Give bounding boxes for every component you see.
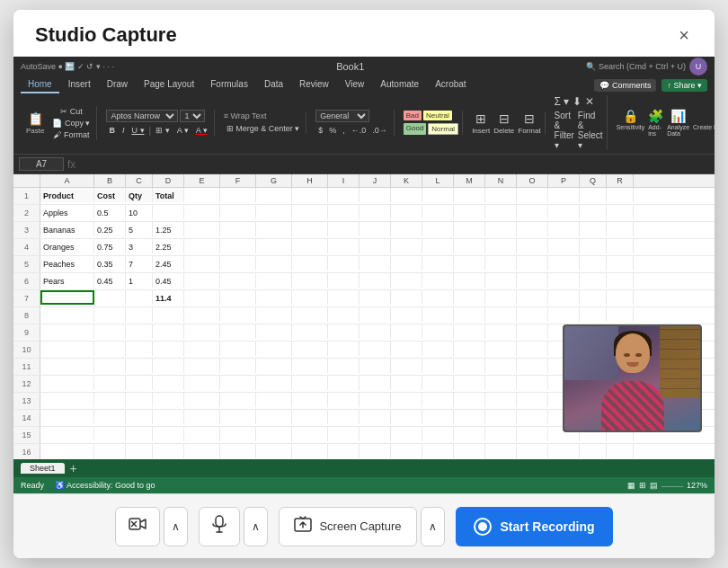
cell-g7[interactable] (256, 290, 292, 305)
grid-cell[interactable] (220, 410, 256, 424)
grid-cell[interactable] (517, 376, 548, 390)
cell-r4[interactable] (607, 239, 634, 253)
sheet-tab-1[interactable]: Sheet1 (21, 463, 65, 474)
grid-cell[interactable] (126, 342, 153, 356)
col-header-l[interactable]: L (422, 174, 454, 187)
cell-a1[interactable]: Product (40, 188, 94, 202)
cell-i3[interactable] (328, 222, 360, 236)
col-header-r[interactable]: R (607, 174, 634, 187)
grid-cell[interactable] (220, 342, 256, 356)
grid-cell[interactable] (256, 410, 292, 424)
cell-m7[interactable] (454, 290, 485, 305)
cell-r1[interactable] (607, 188, 634, 202)
tab-insert[interactable]: Insert (61, 76, 98, 93)
grid-cell[interactable] (328, 376, 360, 390)
decrease-decimal-button[interactable]: ←.0 (349, 125, 369, 136)
grid-cell[interactable] (454, 324, 485, 339)
cell-c7[interactable] (126, 290, 153, 305)
grid-cell[interactable] (256, 324, 292, 339)
cell-i1[interactable] (328, 188, 360, 202)
col-header-f[interactable]: F (220, 174, 256, 187)
grid-cell[interactable] (548, 307, 580, 322)
grid-cell[interactable] (292, 324, 328, 339)
cell-d5[interactable]: 2.45 (153, 256, 184, 271)
cut-button[interactable]: ✂ Cut (49, 106, 93, 117)
percent-button[interactable]: % (326, 125, 339, 136)
cell-k4[interactable] (391, 239, 422, 253)
video-chevron-button[interactable]: ∧ (164, 507, 188, 546)
grid-cell[interactable] (391, 444, 422, 458)
merge-button[interactable]: ⊞ Merge & Center ▾ (224, 123, 303, 134)
cell-r2[interactable] (607, 205, 634, 219)
cell-h5[interactable] (292, 256, 328, 271)
grid-cell[interactable] (548, 444, 580, 458)
start-recording-button[interactable]: Start Recording (456, 507, 613, 546)
cell-f3[interactable] (220, 222, 256, 236)
grid-cell[interactable] (126, 307, 153, 322)
cell-h6[interactable] (292, 273, 328, 288)
grid-cell[interactable] (391, 410, 422, 424)
view-page-icon[interactable]: ⊞ (639, 481, 646, 490)
cell-c2[interactable]: 10 (126, 205, 153, 219)
grid-cell[interactable] (40, 307, 94, 322)
cell-o1[interactable] (517, 188, 548, 202)
grid-cell[interactable] (153, 410, 184, 424)
grid-cell[interactable] (422, 324, 454, 339)
tab-acrobat[interactable]: Acrobat (428, 76, 473, 93)
format-painter-button[interactable]: 🖌 Format (49, 129, 93, 140)
cell-i5[interactable] (328, 256, 360, 271)
cell-b1[interactable]: Cost (94, 188, 126, 202)
grid-cell[interactable] (220, 376, 256, 390)
mic-button[interactable] (199, 507, 240, 546)
cell-j6[interactable] (360, 273, 391, 288)
grid-cell[interactable] (485, 307, 517, 322)
cell-k5[interactable] (391, 256, 422, 271)
screen-capture-button[interactable]: Screen Capture (279, 507, 416, 546)
cell-n2[interactable] (485, 205, 517, 219)
grid-cell[interactable] (153, 376, 184, 390)
cell-j4[interactable] (360, 239, 391, 253)
cell-i7[interactable] (328, 290, 360, 305)
cell-m2[interactable] (454, 205, 485, 219)
grid-cell[interactable] (422, 359, 454, 373)
grid-cell[interactable] (360, 359, 391, 373)
grid-cell[interactable] (485, 427, 517, 441)
mic-chevron-button[interactable]: ∧ (244, 507, 268, 546)
cell-a5[interactable]: Peaches (40, 256, 94, 271)
cell-m1[interactable] (454, 188, 485, 202)
cell-g6[interactable] (256, 273, 292, 288)
grid-cell[interactable] (517, 427, 548, 441)
cell-a3[interactable]: Bananas (40, 222, 94, 236)
share-button[interactable]: ↑ Share ▾ (661, 79, 707, 92)
cell-g4[interactable] (256, 239, 292, 253)
grid-cell[interactable] (126, 376, 153, 390)
tab-review[interactable]: Review (292, 76, 336, 93)
fill-color-button[interactable]: A ▾ (174, 125, 191, 136)
view-normal-icon[interactable]: ▦ (627, 481, 635, 490)
grid-cell[interactable] (454, 427, 485, 441)
cell-j2[interactable] (360, 205, 391, 219)
col-header-c[interactable]: C (126, 174, 153, 187)
grid-cell[interactable] (153, 307, 184, 322)
grid-cell[interactable] (126, 393, 153, 407)
cell-d7[interactable]: 11.4 (153, 290, 184, 305)
cell-l4[interactable] (422, 239, 454, 253)
grid-cell[interactable] (40, 393, 94, 407)
col-header-o[interactable]: O (517, 174, 548, 187)
grid-cell[interactable] (94, 376, 126, 390)
grid-cell[interactable] (328, 324, 360, 339)
grid-cell[interactable] (607, 444, 634, 458)
cell-l5[interactable] (422, 256, 454, 271)
cell-o7[interactable] (517, 290, 548, 305)
italic-button[interactable]: I (120, 125, 128, 136)
grid-cell[interactable] (220, 359, 256, 373)
font-size-select[interactable]: 11 (180, 110, 205, 122)
col-header-i[interactable]: I (328, 174, 360, 187)
grid-cell[interactable] (517, 410, 548, 424)
tab-data[interactable]: Data (257, 76, 290, 93)
grid-cell[interactable] (126, 427, 153, 441)
grid-cell[interactable] (422, 427, 454, 441)
grid-cell[interactable] (391, 324, 422, 339)
cell-i4[interactable] (328, 239, 360, 253)
cell-e4[interactable] (184, 239, 220, 253)
